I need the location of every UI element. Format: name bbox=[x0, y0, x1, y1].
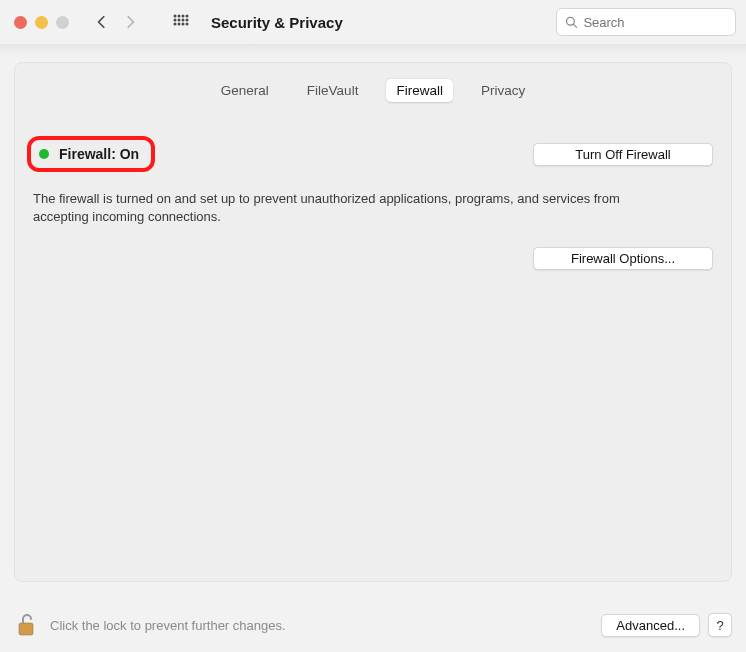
tab-bar: General FileVault Firewall Privacy bbox=[33, 79, 713, 102]
page-title: Security & Privacy bbox=[211, 14, 343, 31]
tab-privacy[interactable]: Privacy bbox=[471, 79, 535, 102]
unlock-icon bbox=[16, 613, 38, 637]
firewall-status-row: Firewall: On Turn Off Firewall bbox=[33, 136, 713, 172]
tab-firewall[interactable]: Firewall bbox=[386, 79, 453, 102]
footer: Click the lock to prevent further change… bbox=[0, 602, 746, 652]
back-button[interactable] bbox=[91, 10, 113, 34]
help-button[interactable]: ? bbox=[708, 613, 732, 637]
svg-point-5 bbox=[178, 19, 181, 22]
close-window-button[interactable] bbox=[14, 16, 27, 29]
lock-button[interactable] bbox=[14, 612, 40, 638]
status-dot-icon bbox=[39, 149, 49, 159]
svg-point-11 bbox=[186, 23, 189, 26]
tab-general[interactable]: General bbox=[211, 79, 279, 102]
show-all-prefs-button[interactable] bbox=[169, 10, 193, 34]
svg-point-4 bbox=[174, 19, 177, 22]
firewall-status-highlight: Firewall: On bbox=[27, 136, 155, 172]
firewall-options-button[interactable]: Firewall Options... bbox=[533, 247, 713, 270]
svg-point-2 bbox=[182, 15, 185, 18]
forward-button[interactable] bbox=[119, 10, 141, 34]
svg-point-3 bbox=[186, 15, 189, 18]
firewall-description: The firewall is turned on and set up to … bbox=[33, 190, 653, 225]
search-icon bbox=[565, 15, 577, 29]
search-input[interactable] bbox=[583, 15, 727, 30]
window-toolbar: Security & Privacy bbox=[0, 0, 746, 44]
zoom-window-button[interactable] bbox=[56, 16, 69, 29]
nav-buttons bbox=[91, 10, 141, 34]
chevron-left-icon bbox=[95, 15, 109, 29]
svg-point-8 bbox=[174, 23, 177, 26]
firewall-status-label: Firewall: On bbox=[59, 146, 139, 162]
svg-point-1 bbox=[178, 15, 181, 18]
svg-point-0 bbox=[174, 15, 177, 18]
svg-line-13 bbox=[574, 24, 577, 27]
minimize-window-button[interactable] bbox=[35, 16, 48, 29]
lock-label: Click the lock to prevent further change… bbox=[50, 618, 286, 633]
traffic-lights bbox=[14, 16, 69, 29]
search-field-wrapper[interactable] bbox=[556, 8, 736, 36]
svg-point-9 bbox=[178, 23, 181, 26]
turn-off-firewall-button[interactable]: Turn Off Firewall bbox=[533, 143, 713, 166]
grid-icon bbox=[173, 14, 189, 30]
prefs-panel: General FileVault Firewall Privacy Firew… bbox=[14, 62, 732, 582]
svg-point-7 bbox=[186, 19, 189, 22]
svg-point-6 bbox=[182, 19, 185, 22]
chevron-right-icon bbox=[123, 15, 137, 29]
tab-filevault[interactable]: FileVault bbox=[297, 79, 369, 102]
toolbar-divider bbox=[0, 44, 746, 56]
advanced-button[interactable]: Advanced... bbox=[601, 614, 700, 637]
svg-point-10 bbox=[182, 23, 185, 26]
